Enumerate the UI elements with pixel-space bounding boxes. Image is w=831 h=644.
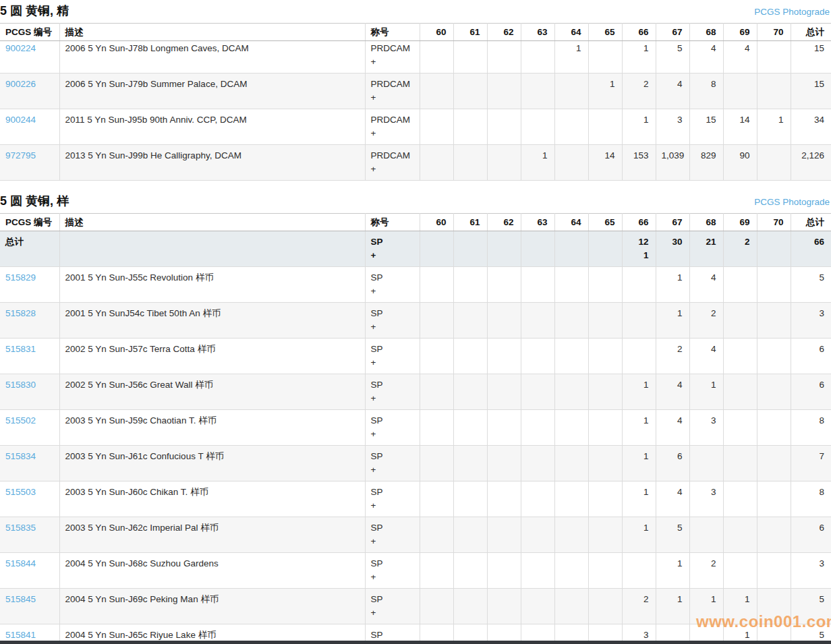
grade-63-count bbox=[521, 553, 554, 589]
description-cell: 2003 5 Yn Sun-J59c Chaotian T. 样币 bbox=[59, 410, 365, 446]
table-row: 9002442011 5 Yn Sun-J95b 90th Anniv. CCP… bbox=[0, 109, 831, 145]
table-row: 5158352003 5 Yn Sun-J62c Imperial Pal 样币… bbox=[0, 517, 831, 553]
grade-64-count bbox=[554, 446, 588, 481]
row-total: 6 bbox=[791, 374, 831, 410]
photograde-link[interactable]: PCGS Photograde bbox=[754, 197, 830, 207]
pcgs-number-link[interactable]: 515503 bbox=[5, 487, 36, 497]
pcgs-number-link[interactable]: 515828 bbox=[5, 308, 36, 318]
grade-66-count: 1 bbox=[622, 410, 656, 446]
pcgs-number-link[interactable]: 515830 bbox=[5, 380, 36, 390]
row-total: 34 bbox=[791, 109, 831, 145]
grade-63-count bbox=[521, 410, 554, 446]
section-header: 5 圆 黄铜, 精PCGS Photograde bbox=[0, 0, 831, 23]
pcgs-number-link[interactable]: 900244 bbox=[5, 115, 36, 125]
population-table: PCGS 编号描述称号6061626364656667686970总计90022… bbox=[0, 23, 831, 181]
grade-70-count bbox=[757, 589, 791, 624]
designation-cell: SP + bbox=[365, 374, 420, 410]
grade-67-count: 5 bbox=[656, 41, 689, 74]
total-row: 总计SP +12 13021266 bbox=[0, 231, 831, 267]
grade-70-count bbox=[757, 41, 791, 74]
pcgs-number-link[interactable]: 972795 bbox=[5, 150, 36, 160]
grade-68-count: 3 bbox=[689, 481, 723, 517]
grade-65-count bbox=[588, 517, 622, 553]
col-header-grade-68: 68 bbox=[689, 24, 723, 41]
row-total: 15 bbox=[791, 41, 831, 74]
grade-69-count bbox=[723, 267, 757, 303]
grade-65-count: 1 bbox=[588, 74, 622, 109]
grade-65-count bbox=[588, 303, 622, 339]
pcgs-number-cell: 515503 bbox=[0, 481, 59, 517]
grade-61-count bbox=[453, 481, 487, 517]
grade-62-count bbox=[487, 339, 521, 374]
designation-cell: SP + bbox=[365, 303, 420, 339]
col-header-grade-61: 61 bbox=[453, 24, 487, 41]
grade-64-count bbox=[554, 481, 588, 517]
description-cell: 2006 5 Yn Sun-J78b Longmen Caves, DCAM bbox=[59, 41, 365, 74]
col-header-grade-63: 63 bbox=[521, 214, 554, 231]
pcgs-number-link[interactable]: 900226 bbox=[5, 79, 36, 89]
grade-61-count bbox=[453, 553, 487, 589]
grade-67-count: 5 bbox=[656, 517, 689, 553]
pcgs-number-link[interactable]: 515841 bbox=[5, 630, 36, 640]
grade-60-count bbox=[420, 267, 453, 303]
pcgs-number-cell: 972795 bbox=[0, 145, 59, 181]
table-section: 5 圆 黄铜, 精PCGS PhotogradePCGS 编号描述称号60616… bbox=[0, 0, 831, 181]
grade-68-count: 15 bbox=[689, 109, 723, 145]
grade-61-count bbox=[453, 339, 487, 374]
table-row: 5158292001 5 Yn Sun-J55c Revolution 样币SP… bbox=[0, 267, 831, 303]
grade-62-count bbox=[487, 446, 521, 481]
pcgs-number-cell: 515831 bbox=[0, 339, 59, 374]
table-row: 9002262006 5 Yn Sun-J79b Summer Palace, … bbox=[0, 74, 831, 109]
pcgs-number-link[interactable]: 515835 bbox=[5, 523, 36, 533]
designation-cell: PRDCAM + bbox=[365, 74, 420, 109]
grade-67-count: 4 bbox=[656, 410, 689, 446]
grade-67-count: 2 bbox=[656, 339, 689, 374]
grade-69-count bbox=[723, 374, 757, 410]
table-body: 9002242006 5 Yn Sun-J78b Longmen Caves, … bbox=[0, 41, 831, 181]
grade-60-count bbox=[420, 446, 453, 481]
grade-60-count bbox=[420, 74, 453, 109]
col-header-grade-66: 66 bbox=[622, 24, 656, 41]
grade-63-count: 1 bbox=[521, 145, 554, 181]
grade-69-count bbox=[723, 339, 757, 374]
population-table: PCGS 编号描述称号6061626364656667686970总计总计SP … bbox=[0, 213, 831, 644]
grade-61-count bbox=[453, 589, 487, 624]
table-row: 5158342003 5 Yn Sun-J61c Confucious T 样币… bbox=[0, 446, 831, 481]
grade-68-count: 4 bbox=[689, 267, 723, 303]
table-row: 5158302002 5 Yn Sun-J56c Great Wall 样币SP… bbox=[0, 374, 831, 410]
pcgs-number-cell: 515830 bbox=[0, 374, 59, 410]
description-cell: 2002 5 Yn Sun-J57c Terra Cotta 样币 bbox=[59, 339, 365, 374]
grade-60-count bbox=[420, 374, 453, 410]
pcgs-number-link[interactable]: 515844 bbox=[5, 558, 36, 568]
grade-64-count bbox=[554, 303, 588, 339]
table-head: PCGS 编号描述称号6061626364656667686970总计 bbox=[0, 24, 831, 41]
pcgs-number-link[interactable]: 515834 bbox=[5, 451, 36, 461]
grade-69-count: 14 bbox=[723, 109, 757, 145]
col-header-grade-65: 65 bbox=[588, 24, 622, 41]
grade-65-count bbox=[588, 109, 622, 145]
pcgs-number-link[interactable]: 515831 bbox=[5, 344, 36, 354]
photograde-link[interactable]: PCGS Photograde bbox=[754, 7, 830, 17]
pcgs-number-link[interactable]: 515829 bbox=[5, 272, 36, 283]
col-header-grade-69: 69 bbox=[723, 24, 757, 41]
pcgs-number-link[interactable]: 515502 bbox=[5, 415, 36, 426]
pcgs-number-cell: 515502 bbox=[0, 410, 59, 446]
table-head: PCGS 编号描述称号6061626364656667686970总计 bbox=[0, 214, 831, 231]
designation-cell: SP + bbox=[365, 446, 420, 481]
grade-60-count bbox=[420, 109, 453, 145]
col-header-grade-66: 66 bbox=[622, 214, 656, 231]
grade-67-count: 6 bbox=[656, 446, 689, 481]
grade-63-count bbox=[521, 109, 554, 145]
row-total: 8 bbox=[791, 410, 831, 446]
table-row: 5155032003 5 Yn Sun-J60c Chikan T. 样币SP … bbox=[0, 481, 831, 517]
total-row-label: 总计 bbox=[0, 231, 59, 267]
row-total: 15 bbox=[791, 74, 831, 109]
pcgs-number-link[interactable]: 900224 bbox=[5, 43, 36, 53]
grade-64-count bbox=[554, 410, 588, 446]
grade-62-count bbox=[487, 589, 521, 624]
pcgs-number-link[interactable]: 515845 bbox=[5, 594, 36, 604]
grade-62-count bbox=[487, 517, 521, 553]
grade-61-count bbox=[453, 303, 487, 339]
table-row: 5158312002 5 Yn Sun-J57c Terra Cotta 样币S… bbox=[0, 339, 831, 374]
grade-63-count bbox=[521, 267, 554, 303]
